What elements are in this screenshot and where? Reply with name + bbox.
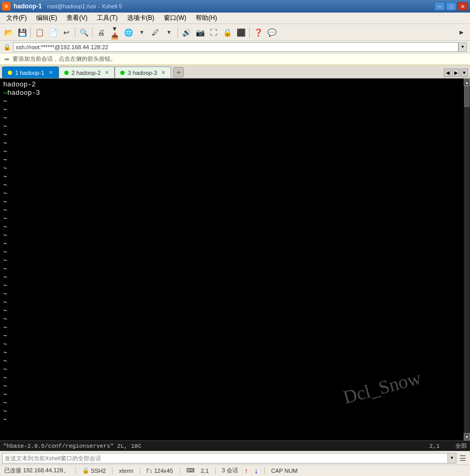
toolbar-sound[interactable]: 🔊 <box>180 26 193 39</box>
toolbar-sep2 <box>75 27 75 38</box>
tab-dot-3 <box>120 71 125 75</box>
toolbar-search[interactable]: 🔍 <box>77 26 90 39</box>
toolbar-chat[interactable]: 💬 <box>265 26 278 39</box>
tab-label-1: 1 hadoop-1 <box>15 70 44 76</box>
terminal-line-36: ~ <box>3 374 461 382</box>
toolbar-dropdown2[interactable]: ▼ <box>136 26 148 39</box>
toolbar-lock[interactable]: 🔒 <box>221 26 233 39</box>
send-dropdown[interactable]: ▼ <box>448 453 456 463</box>
connection-status: 已连接 192.168.44.128。 <box>4 467 69 474</box>
bottom-status-bar: 已连接 192.168.44.128。 🔒 SSH2 xterm Γ↕ 124x… <box>0 464 470 476</box>
tab-bar: 1 hadoop-1 ✕ 2 hadoop-2 ✕ 3 hadoop-3 ✕ +… <box>0 65 470 79</box>
toolbar-globe[interactable]: 🌐 <box>122 26 135 39</box>
tab-close-1[interactable]: ✕ <box>49 70 53 75</box>
address-bar: 🔒 ▼ <box>0 41 470 53</box>
title-controls: ─ □ ✕ <box>434 2 468 10</box>
address-dropdown[interactable]: ▼ <box>458 42 467 52</box>
send-input[interactable] <box>2 453 448 463</box>
terminal[interactable]: hadoop-2 hadoop-3 ~ ~ ~ ~ ~ ~ ~ ~ ~ ~ ~ … <box>0 79 464 440</box>
toolbar: 📂 💾 📋 📄 ↩ 🔍 🖨 ▼📥 🌐 ▼ 🖊 ▼ 🔊 📷 ⛶ 🔒 ⬛ ❓ 💬 ▶ <box>0 24 470 41</box>
info-text: 要添加当前会话，点击左侧的箭头按钮。 <box>13 55 116 63</box>
status-div3 <box>140 467 140 474</box>
menu-help[interactable]: 帮助(H) <box>192 13 221 24</box>
toolbar-dropdown3[interactable]: ▼ <box>163 26 175 39</box>
terminal-line-12: ~ <box>3 173 461 181</box>
menu-tools[interactable]: 工具(T) <box>93 13 121 24</box>
terminal-line-6: ~ <box>3 123 461 131</box>
send-menu[interactable]: ☰ <box>457 453 468 463</box>
menu-view[interactable]: 查看(V) <box>62 13 92 24</box>
vim-file-info: "hbase-2.0.5/conf/regionservers" 2L, 18C <box>3 443 141 449</box>
address-input[interactable] <box>13 42 458 52</box>
toolbar-paste[interactable]: 📄 <box>47 26 59 39</box>
protocol-text: SSH2 <box>91 468 106 474</box>
app-icon: X <box>2 2 10 10</box>
terminal-line-17: ~ <box>3 215 461 223</box>
terminal-container: hadoop-2 hadoop-3 ~ ~ ~ ~ ~ ~ ~ ~ ~ ~ ~ … <box>0 79 470 440</box>
terminal-line-25: ~ <box>3 282 461 290</box>
minimize-button[interactable]: ─ <box>434 2 445 10</box>
tab-label-3: 3 hadoop-3 <box>128 70 157 76</box>
toolbar-download[interactable]: ▼📥 <box>108 26 121 39</box>
terminal-line-19: ~ <box>3 231 461 240</box>
toolbar-save[interactable]: 💾 <box>16 26 28 39</box>
terminal-line-11: ~ <box>3 164 461 173</box>
menu-file[interactable]: 文件(F) <box>2 13 31 24</box>
terminal-line-35: ~ <box>3 366 461 374</box>
toolbar-sep1 <box>30 27 31 38</box>
terminal-line-14: ~ <box>3 190 461 198</box>
terminal-line-16: ~ <box>3 206 461 215</box>
toolbar-terminal[interactable]: ⬛ <box>234 26 247 39</box>
tab-add-button[interactable]: + <box>173 67 184 78</box>
menu-tabs[interactable]: 选项卡(B) <box>123 13 159 24</box>
status-div2 <box>112 467 113 474</box>
tab-hadoop1[interactable]: 1 hadoop-1 ✕ <box>2 67 59 78</box>
title-bar-left: X hadoop-1 root@hadoop1:/usr - Xshell 5 <box>2 2 122 10</box>
app-name: hadoop-1 <box>14 3 42 10</box>
scrollbar-up[interactable]: ▲ <box>464 79 470 86</box>
toolbar-refresh[interactable]: ↩ <box>60 26 73 39</box>
toolbar-text[interactable]: 🖊 <box>149 26 162 39</box>
menu-edit[interactable]: 编辑(E) <box>32 13 61 24</box>
terminal-line-28: ~ <box>3 307 461 315</box>
toolbar-fullscreen[interactable]: ⛶ <box>207 26 220 39</box>
toolbar-print[interactable]: 🖨 <box>95 26 107 39</box>
scrollbar-track[interactable] <box>464 86 469 433</box>
close-button[interactable]: ✕ <box>457 2 468 10</box>
toolbar-screenshot[interactable]: 📷 <box>194 26 206 39</box>
tab-dot-1 <box>8 71 12 75</box>
terminal-line-4: ~ <box>3 106 461 114</box>
tab-prev[interactable]: ◀ <box>444 69 451 77</box>
terminal-line-5: ~ <box>3 114 461 123</box>
scrollbar-down[interactable]: ▼ <box>464 433 470 440</box>
sessions-count: 3 会话 <box>222 467 238 474</box>
title-bar: X hadoop-1 root@hadoop1:/usr - Xshell 5 … <box>0 0 470 13</box>
toolbar-new[interactable]: 📂 <box>2 26 15 39</box>
tab-nav: ◀ ▶ ▼ <box>444 69 468 77</box>
terminal-line-38: ~ <box>3 391 461 399</box>
info-bar: ➡ 要添加当前会话，点击左侧的箭头按钮。 <box>0 53 470 65</box>
toolbar-more[interactable]: ▶ <box>455 26 468 39</box>
menu-window[interactable]: 窗口(W) <box>160 13 191 24</box>
tab-more[interactable]: ▼ <box>461 69 468 77</box>
tab-next[interactable]: ▶ <box>452 69 460 77</box>
tab-close-3[interactable]: ✕ <box>161 70 165 75</box>
scrollbar-thumb[interactable] <box>464 86 469 107</box>
tab-close-2[interactable]: ✕ <box>105 70 109 75</box>
terminal-line-34: ~ <box>3 357 461 366</box>
tab-hadoop3[interactable]: 3 hadoop-3 ✕ <box>115 67 171 78</box>
cursor-position: 2,1 <box>201 468 209 474</box>
terminal-line-24: ~ <box>3 273 461 282</box>
terminal-type: xterm <box>119 468 133 474</box>
maximize-button[interactable]: □ <box>446 2 456 10</box>
terminal-line-7: ~ <box>3 131 461 139</box>
status-div5 <box>215 467 216 474</box>
toolbar-sep4 <box>177 27 178 38</box>
terminal-line-31: ~ <box>3 332 461 340</box>
toolbar-help[interactable]: ❓ <box>252 26 264 39</box>
toolbar-copy[interactable]: 📋 <box>33 26 46 39</box>
terminal-line-22: ~ <box>3 257 461 265</box>
tab-hadoop2[interactable]: 2 hadoop-2 ✕ <box>59 67 115 78</box>
terminal-line-32: ~ <box>3 340 461 349</box>
status-div6 <box>264 467 265 474</box>
